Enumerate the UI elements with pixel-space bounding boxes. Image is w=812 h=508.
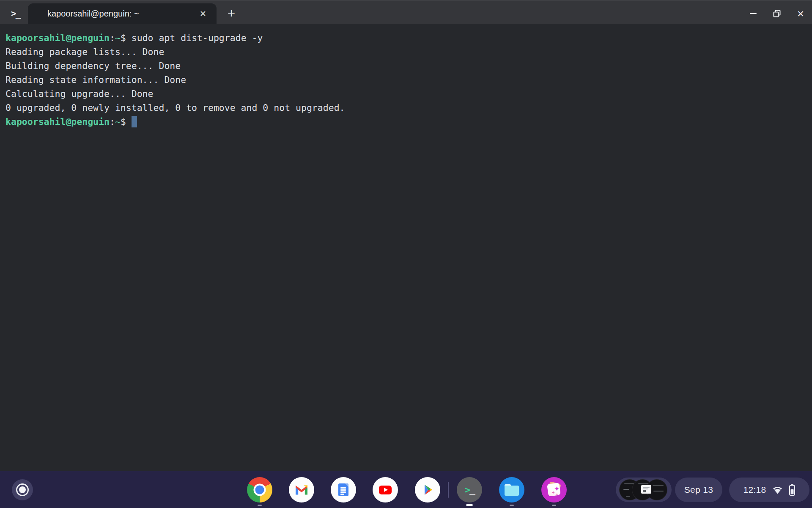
shelf-app-gmail[interactable] [289, 477, 314, 502]
shelf-divider [448, 482, 449, 498]
shelf-app-docs[interactable] [331, 477, 356, 502]
chrome-icon [247, 477, 272, 502]
holding-space-button[interactable] [616, 478, 672, 502]
tab-title: kapoorsahil@penguin: ~ [28, 9, 139, 19]
output-line: Reading state information... Done [5, 73, 345, 87]
new-tab-button[interactable]: + [223, 6, 239, 22]
window-controls: ✕ [748, 3, 806, 24]
window-tab-strip: >_ kapoorsahil@penguin: ~ ✕ + ✕ [0, 0, 812, 24]
close-icon: ✕ [797, 9, 804, 18]
docs-icon [338, 483, 348, 496]
minimize-icon [750, 13, 757, 14]
gmail-icon [294, 484, 309, 496]
terminal-app-glyph-icon: >_ [11, 3, 20, 24]
terminal-prompt-line: kapoorsahil@penguin:~$ [5, 115, 345, 129]
output-line: 0 upgraded, 0 newly installed, 0 to remo… [5, 101, 345, 115]
running-indicator-gallery [552, 505, 556, 506]
screenshot-previews [619, 479, 668, 500]
battery-icon [789, 484, 796, 496]
running-indicator-files [510, 505, 514, 506]
output-line: Reading package lists... Done [5, 45, 345, 59]
terminal-screen[interactable]: kapoorsahil@penguin:~$ sudo apt dist-upg… [0, 24, 812, 471]
date-label: Sep 13 [684, 485, 713, 495]
terminal-command-line: kapoorsahil@penguin:~$ sudo apt dist-upg… [5, 31, 345, 45]
terminal-cursor [132, 116, 137, 127]
shelf-app-youtube[interactable] [373, 477, 398, 502]
time-label: 12:18 [743, 485, 766, 495]
screen: >_ kapoorsahil@penguin: ~ ✕ + ✕ kapoorsa… [0, 0, 812, 508]
shelf-app-play-store[interactable] [415, 477, 440, 502]
close-window-button[interactable]: ✕ [795, 8, 806, 19]
play-store-icon [417, 480, 438, 500]
status-tray-button[interactable]: 12:18 [729, 478, 809, 502]
shelf: >_ ✦ ✦ ✦ [0, 471, 812, 508]
shelf-app-gallery[interactable]: ✦ ✦ ✦ [541, 477, 567, 502]
calendar-date-button[interactable]: Sep 13 [675, 478, 722, 502]
restore-button[interactable] [771, 8, 782, 19]
shelf-app-chrome[interactable] [247, 477, 272, 502]
shelf-app-files[interactable] [499, 477, 524, 502]
prompt-path: ~ [115, 116, 121, 127]
wifi-icon [772, 485, 783, 495]
prompt-user-host: kapoorsahil@penguin [5, 116, 110, 127]
running-indicator-chrome [258, 505, 262, 506]
output-line: Calculating upgrade... Done [5, 87, 345, 101]
tab-close-icon[interactable]: ✕ [197, 8, 209, 19]
youtube-icon [379, 486, 392, 494]
shelf-app-terminal[interactable]: >_ [457, 477, 482, 502]
restore-icon [773, 9, 781, 18]
prompt-path: ~ [115, 33, 121, 43]
minimize-button[interactable] [748, 8, 759, 19]
screenshot-dialog-thumb [641, 485, 651, 494]
launcher-button[interactable] [12, 479, 33, 500]
prompt-user-host: kapoorsahil@penguin [5, 33, 110, 43]
terminal-output: kapoorsahil@penguin:~$ sudo apt dist-upg… [5, 31, 345, 129]
files-icon [505, 484, 519, 496]
output-line: Building dependency tree... Done [5, 59, 345, 73]
command-text: sudo apt dist-upgrade -y [132, 33, 263, 43]
terminal-tab[interactable]: kapoorsahil@penguin: ~ ✕ [28, 3, 217, 24]
running-indicator-terminal [466, 504, 473, 506]
terminal-icon: >_ [464, 485, 475, 495]
